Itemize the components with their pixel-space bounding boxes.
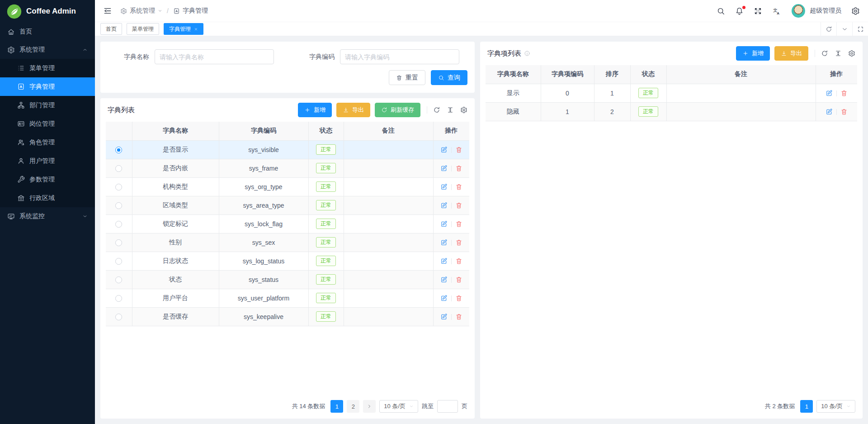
edit-icon[interactable] <box>440 257 448 265</box>
dict-row[interactable]: 日志状态sys_log_status正常 <box>106 252 469 270</box>
refresh-table-icon[interactable] <box>433 106 440 114</box>
delete-icon[interactable] <box>455 257 462 265</box>
sidebar-item-monitor[interactable]: 系统监控 <box>0 207 95 225</box>
page-button-1[interactable]: 1 <box>330 400 343 413</box>
item-export-button[interactable]: 导出 <box>774 46 808 61</box>
sidebar-collapse-button[interactable] <box>103 6 112 15</box>
dict-code-input[interactable] <box>340 49 459 64</box>
edit-icon[interactable] <box>440 295 448 302</box>
app-logo[interactable]: Coffee Admin <box>0 0 95 23</box>
content-fullscreen-button[interactable] <box>852 22 868 36</box>
edit-icon[interactable] <box>440 239 448 246</box>
delete-icon[interactable] <box>840 90 848 97</box>
breadcrumb-system-management[interactable]: 系统管理 <box>120 7 162 15</box>
sidebar-item-user[interactable]: 用户管理 <box>0 152 95 170</box>
row-radio[interactable] <box>115 314 122 320</box>
delete-icon[interactable] <box>455 239 462 246</box>
delete-icon[interactable] <box>455 220 462 228</box>
delete-icon[interactable] <box>455 295 462 302</box>
page-size-select[interactable]: 10 条/页 <box>816 400 855 413</box>
refresh-page-button[interactable] <box>821 22 836 36</box>
dict-row[interactable]: 是否内嵌sys_frame正常 <box>106 159 469 177</box>
sidebar-item-post[interactable]: 岗位管理 <box>0 114 95 133</box>
column-settings-icon[interactable] <box>460 106 467 114</box>
reset-button[interactable]: 重置 <box>389 70 425 85</box>
tab-dict[interactable]: 字典管理 <box>164 23 203 35</box>
dict-add-button[interactable]: 新增 <box>298 103 332 117</box>
row-radio[interactable] <box>115 295 122 302</box>
refresh-table-icon[interactable] <box>821 50 828 57</box>
notifications-button[interactable] <box>735 7 744 15</box>
row-radio[interactable] <box>115 147 122 153</box>
edit-icon[interactable] <box>440 313 448 320</box>
sidebar-item-dict[interactable]: 字典管理 <box>0 77 95 96</box>
column-settings-icon[interactable] <box>848 50 855 57</box>
edit-icon[interactable] <box>826 90 833 97</box>
dict-item-row[interactable]: 显示01正常 <box>486 84 857 102</box>
dict-row[interactable]: 用户平台sys_user_platform正常 <box>106 289 469 307</box>
sidebar-item-param[interactable]: 参数管理 <box>0 170 95 189</box>
page-button-1[interactable]: 1 <box>800 400 813 413</box>
edit-icon[interactable] <box>440 276 448 283</box>
next-page-button[interactable] <box>363 400 376 413</box>
item-add-button[interactable]: 新增 <box>736 46 770 61</box>
avatar[interactable] <box>792 4 805 18</box>
page-button-2[interactable]: 2 <box>347 400 359 413</box>
edit-icon[interactable] <box>440 220 448 228</box>
delete-icon[interactable] <box>455 165 462 172</box>
sidebar-item-region[interactable]: 行政区域 <box>0 189 95 207</box>
dict-row[interactable]: 锁定标记sys_lock_flag正常 <box>106 214 469 233</box>
translate-icon: 文A <box>772 7 781 15</box>
edit-icon[interactable] <box>440 146 448 153</box>
dict-item-row[interactable]: 隐藏12正常 <box>486 102 857 121</box>
dict-row[interactable]: 区域类型sys_area_type正常 <box>106 196 469 214</box>
language-button[interactable]: 文A <box>772 7 781 15</box>
delete-icon[interactable] <box>455 183 462 191</box>
sidebar-item-role[interactable]: 角色管理 <box>0 133 95 152</box>
settings-button[interactable] <box>851 7 860 15</box>
sidebar-item-menu[interactable]: 菜单管理 <box>0 59 95 77</box>
dict-row[interactable]: 状态sys_status正常 <box>106 270 469 289</box>
dict-row[interactable]: 是否缓存sys_keepalive正常 <box>106 307 469 326</box>
edit-icon[interactable] <box>826 108 833 115</box>
breadcrumb-dict-management[interactable]: 字典管理 <box>173 7 208 15</box>
edit-icon[interactable] <box>440 165 448 172</box>
delete-icon[interactable] <box>455 202 462 209</box>
edit-icon[interactable] <box>440 183 448 191</box>
row-radio[interactable] <box>115 165 122 172</box>
row-radio[interactable] <box>115 184 122 191</box>
row-radio[interactable] <box>115 202 122 209</box>
row-radio[interactable] <box>115 258 122 265</box>
density-icon[interactable] <box>447 106 454 114</box>
info-icon[interactable] <box>524 50 530 57</box>
dict-name: 性别 <box>132 233 219 252</box>
jump-page-input[interactable] <box>437 400 458 413</box>
tab-options-button[interactable] <box>836 22 852 36</box>
dict-row[interactable]: 是否显示sys_visible正常 <box>106 140 469 159</box>
sidebar-item-home[interactable]: 首页 <box>0 23 95 41</box>
sidebar-item-dept[interactable]: 部门管理 <box>0 96 95 114</box>
dict-row[interactable]: 机构类型sys_org_type正常 <box>106 177 469 196</box>
dict-name-input[interactable] <box>155 49 274 64</box>
delete-icon[interactable] <box>455 313 462 320</box>
dict-remark <box>344 196 433 214</box>
edit-icon[interactable] <box>440 202 448 209</box>
row-radio[interactable] <box>115 276 122 283</box>
search-button[interactable] <box>717 7 725 15</box>
sidebar-item-system[interactable]: 系统管理 <box>0 41 95 59</box>
tab-menu[interactable]: 菜单管理 <box>127 23 159 35</box>
query-button[interactable]: 查询 <box>431 70 467 85</box>
delete-icon[interactable] <box>455 146 462 153</box>
refresh-cache-button[interactable]: 刷新缓存 <box>375 103 420 117</box>
row-radio[interactable] <box>115 221 122 228</box>
row-radio[interactable] <box>115 239 122 246</box>
delete-icon[interactable] <box>455 276 462 283</box>
page-size-select[interactable]: 10 条/页 <box>379 400 418 413</box>
tab-home[interactable]: 首页 <box>100 23 122 35</box>
fullscreen-button[interactable] <box>754 7 762 15</box>
density-icon[interactable] <box>835 50 842 57</box>
close-tab-icon[interactable] <box>194 27 198 31</box>
dict-export-button[interactable]: 导出 <box>336 103 370 117</box>
delete-icon[interactable] <box>840 108 848 115</box>
dict-row[interactable]: 性别sys_sex正常 <box>106 233 469 252</box>
